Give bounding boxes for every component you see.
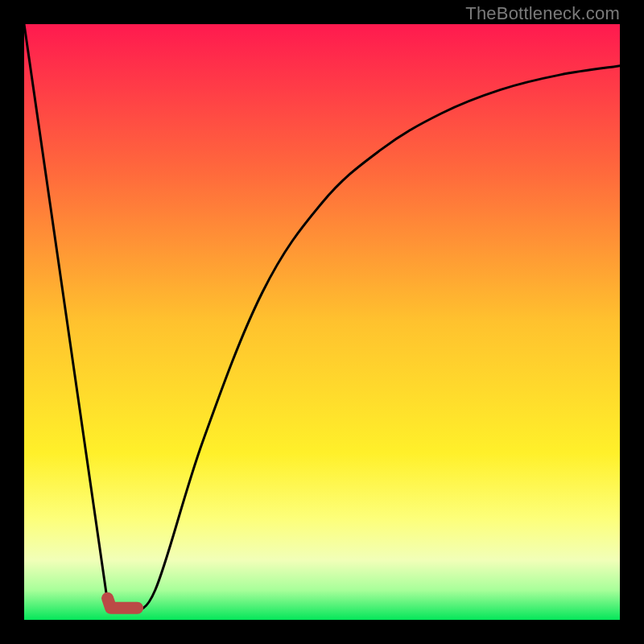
watermark-text: TheBottleneck.com <box>465 3 620 24</box>
plot-area <box>24 24 620 620</box>
chart-frame: TheBottleneck.com <box>0 0 644 644</box>
svg-rect-0 <box>24 24 620 620</box>
gradient-background <box>24 24 620 620</box>
